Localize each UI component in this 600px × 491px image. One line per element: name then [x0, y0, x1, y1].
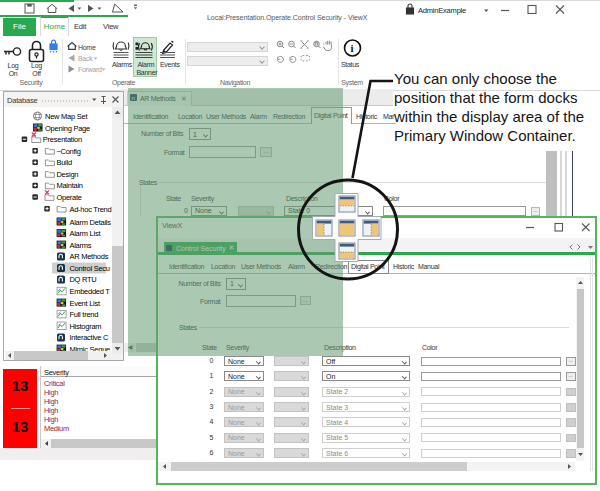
svg-text:Log: Log — [31, 62, 42, 70]
svg-text:Off: Off — [32, 70, 41, 77]
svg-text:Full trend: Full trend — [69, 310, 98, 319]
svg-text:AdminExample: AdminExample — [418, 6, 466, 15]
svg-text:Log: Log — [8, 62, 19, 70]
svg-text:Histogram: Histogram — [69, 322, 101, 331]
svg-text:Alarm List: Alarm List — [69, 229, 101, 238]
svg-text:Embedded T: Embedded T — [69, 287, 110, 296]
svg-text:On: On — [9, 70, 18, 77]
svg-text:~Config: ~Config — [56, 147, 80, 156]
svg-text:Maintain: Maintain — [56, 181, 82, 190]
svg-text:Banner: Banner — [137, 69, 159, 76]
svg-text:Opening Page: Opening Page — [45, 124, 90, 133]
svg-text:Alarms: Alarms — [69, 241, 91, 250]
svg-text:Build: Build — [56, 158, 72, 167]
svg-text:Event List: Event List — [69, 299, 101, 308]
svg-text:Design: Design — [56, 170, 78, 179]
svg-text:Home: Home — [78, 44, 96, 51]
svg-text:Back: Back — [78, 55, 93, 62]
svg-text:Forward: Forward — [78, 66, 102, 73]
svg-text:i: i — [351, 42, 354, 54]
svg-text:Control Secu: Control Secu — [69, 264, 109, 273]
svg-text:Interactive C: Interactive C — [69, 333, 109, 342]
svg-text:New Map Set: New Map Set — [45, 112, 88, 121]
svg-text:AR Methods: AR Methods — [69, 252, 108, 261]
svg-text:Operate: Operate — [56, 193, 81, 202]
svg-text:Ad-hoc Trend: Ad-hoc Trend — [69, 205, 111, 214]
svg-text:Alarm Details: Alarm Details — [69, 218, 111, 227]
svg-text:Presentation: Presentation — [43, 135, 82, 144]
svg-text:Alarm: Alarm — [138, 61, 155, 68]
svg-text:Alarms: Alarms — [112, 61, 133, 68]
svg-text:DQ RTU: DQ RTU — [69, 275, 96, 284]
svg-text:Status: Status — [341, 61, 360, 68]
svg-text:Events: Events — [160, 61, 180, 68]
